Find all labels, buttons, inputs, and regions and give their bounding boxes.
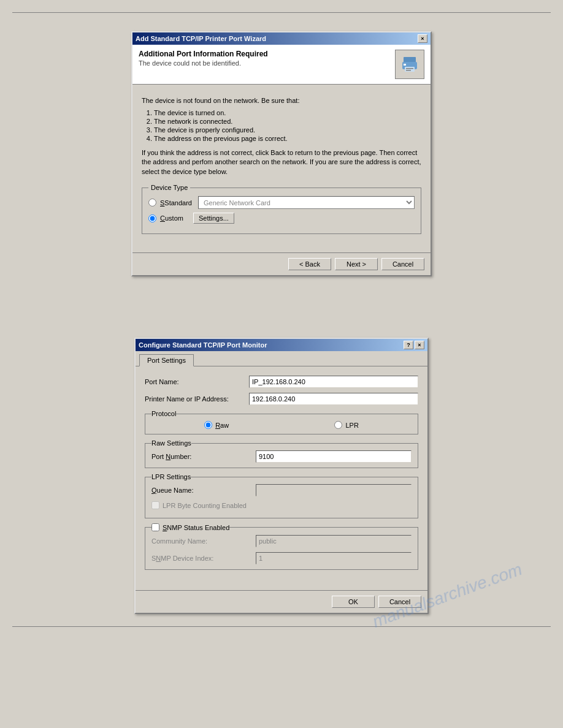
device-type-group: Device Type SStandard Generic Network Ca… (142, 184, 421, 234)
community-name-input[interactable] (256, 535, 412, 547)
snmp-checkbox-row: SNMP Status Enabled (151, 523, 229, 531)
form-content: Port Name: Printer Name or IP Address: P… (136, 366, 427, 584)
configure-title-bar: Configure Standard TCP/IP Port Monitor ?… (136, 339, 427, 351)
configure-title: Configure Standard TCP/IP Port Monitor (139, 341, 267, 349)
bullet-list: The device is turned on. The network is … (154, 109, 421, 142)
port-name-row: Port Name: (145, 376, 418, 388)
cancel-button[interactable]: Cancel (381, 258, 424, 270)
port-name-label: Port Name: (145, 378, 249, 385)
tab-port-settings[interactable]: Port Settings (139, 354, 194, 366)
lpr-settings-legend: LPR Settings (151, 473, 191, 480)
cancel-button[interactable]: Cancel (378, 596, 421, 608)
protocol-group: Protocol Raw LPR (145, 410, 418, 434)
printer-icon (395, 50, 424, 79)
raw-settings-group: Raw Settings Port Number: (145, 439, 418, 468)
lpr-settings-group: LPR Settings Queue Name: LPR Byte Counti… (145, 473, 418, 518)
custom-row: Custom Settings... (148, 213, 415, 224)
snmp-enabled-label: SNMP Status Enabled (163, 524, 229, 531)
protocol-legend: Protocol (151, 410, 176, 417)
intro-text: The device is not found on the network. … (142, 97, 421, 104)
dialog-main-title: Additional Port Information Required (139, 50, 268, 58)
svg-rect-3 (404, 64, 406, 66)
configure-window: Configure Standard TCP/IP Port Monitor ?… (134, 338, 429, 614)
port-number-row: Port Number: (151, 450, 412, 463)
list-item: The device is properly configured. (154, 126, 421, 134)
help-button[interactable]: ? (404, 341, 413, 349)
queue-name-input[interactable] (256, 484, 412, 496)
configure-title-buttons: ? × (404, 341, 424, 349)
lpr-byte-counting-checkbox[interactable] (151, 501, 159, 509)
lpr-label[interactable]: LPR (345, 422, 358, 429)
port-number-label: Port Number: (151, 453, 256, 460)
custom-label[interactable]: Custom (160, 214, 183, 222)
dialog-subtitle: The device could not be identified. (139, 59, 268, 67)
device-index-input[interactable] (256, 552, 412, 564)
list-item: The address on the previous page is corr… (154, 135, 421, 142)
configure-button-row: OK Cancel (136, 590, 427, 613)
close-button[interactable]: × (418, 34, 427, 43)
title-bar-buttons: × (418, 34, 427, 43)
custom-radio[interactable] (148, 214, 156, 222)
wizard-content: The device is not found on the network. … (132, 91, 431, 246)
raw-option: Raw (204, 421, 229, 429)
lpr-byte-counting-label: LPR Byte Counting Enabled (163, 502, 247, 509)
tab-bar: Port Settings (136, 351, 427, 366)
settings-button[interactable]: Settings... (193, 213, 234, 224)
raw-radio[interactable] (204, 421, 212, 429)
lpr-option: LPR (334, 421, 358, 429)
printer-svg (400, 55, 419, 74)
port-number-input[interactable] (256, 450, 412, 463)
device-type-legend: Device Type (148, 184, 190, 191)
standard-radio[interactable] (148, 199, 156, 207)
community-name-label: Community Name: (151, 537, 256, 545)
port-name-input[interactable] (249, 376, 418, 388)
list-item: The network is connected. (154, 118, 421, 125)
protocol-row: Raw LPR (151, 421, 412, 429)
snmp-group: SNMP Status Enabled Community Name: SNMP… (145, 523, 418, 570)
standard-select-wrapper: Generic Network Card (198, 196, 415, 209)
close-button[interactable]: × (415, 341, 424, 349)
dialog-header-text: Additional Port Information Required The… (139, 50, 268, 67)
byte-counting-row: LPR Byte Counting Enabled (151, 501, 412, 509)
snmp-legend: SNMP Status Enabled (151, 523, 229, 531)
wizard-title-bar: Add Standard TCP/IP Printer Port Wizard … (132, 32, 431, 45)
wizard-title: Add Standard TCP/IP Printer Port Wizard (136, 35, 266, 42)
svg-rect-2 (405, 67, 415, 72)
queue-name-row: Queue Name: (151, 484, 412, 496)
raw-label[interactable]: Raw (215, 422, 229, 429)
wizard-button-row: < Back Next > Cancel (132, 252, 431, 275)
list-item: The device is turned on. (154, 109, 421, 116)
next-button[interactable]: Next > (335, 258, 378, 270)
device-index-row: SNMP Device Index: (151, 552, 412, 564)
back-button[interactable]: < Back (288, 258, 331, 270)
printer-ip-row: Printer Name or IP Address: (145, 393, 418, 405)
svg-rect-5 (406, 70, 411, 71)
standard-row: SStandard Generic Network Card (148, 196, 415, 209)
queue-name-label: Queue Name: (151, 487, 256, 494)
printer-ip-input[interactable] (249, 393, 418, 405)
device-index-label: SNMP Device Index: (151, 555, 256, 562)
community-name-row: Community Name: (151, 535, 412, 547)
raw-settings-legend: Raw Settings (151, 439, 191, 447)
dialog-header: Additional Port Information Required The… (132, 45, 431, 85)
instruction-text: If you think the address is not correct,… (142, 148, 421, 176)
lpr-radio[interactable] (334, 421, 342, 429)
svg-rect-4 (406, 68, 413, 69)
standard-label[interactable]: SStandard (160, 199, 192, 207)
standard-select[interactable]: Generic Network Card (198, 196, 415, 209)
snmp-enabled-checkbox[interactable] (151, 523, 159, 531)
wizard-window: Add Standard TCP/IP Printer Port Wizard … (131, 31, 432, 276)
ok-button[interactable]: OK (332, 596, 375, 608)
printer-ip-label: Printer Name or IP Address: (145, 395, 249, 403)
